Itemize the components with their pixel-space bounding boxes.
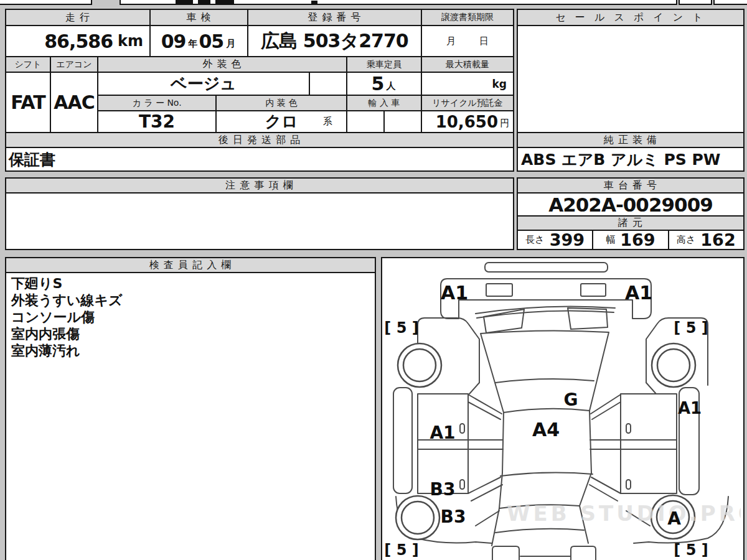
- inspector-line: 室内薄汚れ: [11, 342, 80, 359]
- cutoff-cell-right1: [679, 0, 712, 5]
- mileage-unit: km: [118, 32, 143, 50]
- mark-left-rear-door: B3: [430, 479, 456, 500]
- door-handle-mark: [460, 480, 464, 489]
- equipment-value: ABS エアB アルミ PS PW: [518, 148, 743, 170]
- import-header: 輸 入 車: [347, 96, 421, 110]
- shaken-year: 09: [161, 30, 186, 52]
- transfer-month-unit: 月: [446, 35, 456, 47]
- shaken-month: 05: [199, 30, 224, 52]
- shaken-header: 車 検: [151, 10, 247, 25]
- aircon-value: AAC: [51, 73, 97, 132]
- front-bumper: [485, 263, 608, 272]
- capacity-value: 5 人: [347, 73, 421, 95]
- import-value-2: [385, 111, 421, 132]
- mark-tire-rear-left: [ 5 ]: [384, 541, 418, 559]
- mark-tire-front-left: [ 5 ]: [384, 319, 418, 337]
- inspector-body: 下廻りS 外装うすい線キズ コンソール傷 室内内張傷 室内薄汚れ: [6, 273, 375, 560]
- trunk-lid-edge: [496, 529, 584, 533]
- interior-color-value: クロ 系: [217, 111, 346, 132]
- mark-right-sill: A1: [678, 399, 702, 418]
- headlight-right: [581, 284, 606, 296]
- mark-right-rear-wheel: A: [667, 508, 681, 529]
- spec-length: 長さ 399: [518, 231, 592, 249]
- wheel-rear-left: [396, 496, 439, 539]
- specs-header: 諸 元: [518, 217, 743, 230]
- door-handle-mark: [460, 424, 464, 433]
- spec-height-value: 162: [700, 231, 735, 249]
- capacity-unit: 人: [386, 80, 395, 92]
- spec-length-label: 長さ: [525, 234, 544, 246]
- interior-color-header: 内 装 色: [217, 96, 346, 110]
- rear-bumper-right: [571, 546, 596, 560]
- doors-right: [621, 394, 677, 493]
- spec-length-value: 399: [550, 231, 585, 249]
- door-handle-mark: [626, 424, 631, 433]
- front-panel: [441, 279, 651, 319]
- exterior-color-extra: [310, 73, 346, 95]
- registration-header: 登 録 番 号: [248, 10, 421, 25]
- recycle-header: リサイクル預託金: [422, 96, 513, 110]
- sales-point-header: セ ー ル ス ポ イ ン ト: [518, 10, 743, 25]
- mark-front-left: A1: [441, 282, 468, 304]
- auction-sheet: 走 行 車 検 登 録 番 号 譲渡書類期限 86,586 km 09 年 05…: [0, 0, 747, 560]
- spec-width: 幅 169: [593, 231, 667, 249]
- sales-point-body: [518, 26, 743, 133]
- mark-left-rear-quarter: B3: [441, 506, 466, 527]
- mileage-number: 86,586: [44, 30, 113, 52]
- mileage-header: 走 行: [6, 10, 149, 25]
- rear-bumper-left: [492, 546, 519, 560]
- wheel-front-right: [652, 343, 695, 387]
- chassis-header: 車 台 番 号: [518, 179, 743, 192]
- chassis-specs-block: 車 台 番 号 A202A-0029009 諸 元 長さ 399 幅 169 高…: [517, 177, 745, 250]
- mark-front-right: A1: [625, 282, 652, 304]
- later-parts-header: 後 日 発 送 部 品: [6, 133, 513, 147]
- import-value-1: [347, 111, 383, 132]
- registration-value: 広島 503タ2770: [248, 26, 421, 56]
- cutoff-cell-left: [0, 0, 92, 5]
- mileage-value: 86,586 km: [6, 26, 149, 56]
- chassis-value: A202A-0029009: [518, 194, 743, 215]
- color-no-value: T32: [98, 111, 215, 132]
- cutoff-text-remnant: [215, 0, 234, 4]
- spec-width-value: 169: [620, 231, 655, 249]
- mark-tire-front-right: [ 5 ]: [674, 319, 708, 337]
- inspector-line: 室内内張傷: [11, 325, 80, 342]
- recycle-value: 10,650 円: [422, 111, 513, 132]
- exterior-color-header: 外 装 色: [98, 57, 346, 72]
- shift-value: FAT: [6, 73, 50, 132]
- capacity-header: 乗車定員: [347, 57, 421, 72]
- notes-body: [6, 194, 513, 249]
- mark-windshield: G: [564, 390, 578, 410]
- wheel-front-left: [398, 343, 441, 387]
- color-no-header: カ ラ ー No.: [98, 96, 215, 110]
- car-damage-diagram: WEB STUDIO.PRO A1 A1 [ 5 ] [ 5 ] A1 B3 B…: [381, 257, 745, 560]
- transfer-docs-header: 譲渡書類期限: [422, 10, 513, 25]
- cutoff-cell-main: [120, 0, 677, 5]
- spec-height-label: 高さ: [677, 234, 695, 246]
- hood: [481, 330, 609, 413]
- door-handle-mark: [626, 480, 631, 489]
- doors-left: [418, 394, 468, 493]
- car-diagram-svg: WEB STUDIO.PRO A1 A1 [ 5 ] [ 5 ] A1 B3 B…: [382, 258, 741, 560]
- inspector-line: 下廻りS: [11, 275, 62, 292]
- watermark: WEB STUDIO.PRO: [507, 501, 741, 526]
- inspector-line: 外装うすい線キズ: [11, 292, 123, 309]
- equipment-block: 純 正 装 備 ABS エアB アルミ PS PW: [517, 132, 745, 172]
- later-parts-value: 保証書: [6, 148, 513, 170]
- main-info-table: 走 行 車 検 登 録 番 号 譲渡書類期限 86,586 km 09 年 05…: [5, 9, 514, 172]
- shaken-value: 09 年 05 月: [151, 26, 247, 56]
- inspector-block: 検 査 員 記 入 欄 下廻りS 外装うすい線キズ コンソール傷 室内内張傷 室…: [5, 257, 376, 560]
- maxload-value: kg: [422, 73, 513, 95]
- cutoff-text-remnant: [176, 0, 193, 4]
- recycle-unit: 円: [500, 118, 509, 129]
- cutoff-text-remnant: [198, 0, 210, 4]
- sales-point-block: セ ー ル ス ポ イ ン ト: [517, 9, 745, 134]
- transfer-docs-value: 月 日: [422, 26, 513, 56]
- inspector-header: 検 査 員 記 入 欄: [6, 258, 375, 272]
- headlight-left: [486, 284, 512, 296]
- spec-height: 高さ 162: [669, 231, 743, 249]
- cutoff-text-remnant: [311, 1, 317, 4]
- spec-width-label: 幅: [606, 234, 615, 246]
- shaken-year-unit: 年: [189, 38, 198, 50]
- maxload-unit: kg: [492, 78, 507, 90]
